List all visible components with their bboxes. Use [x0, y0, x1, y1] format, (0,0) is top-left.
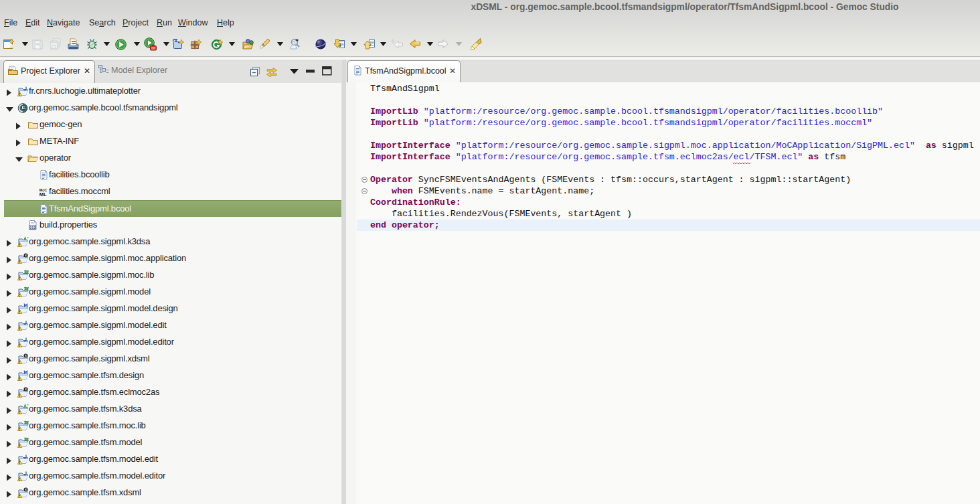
svg-text:010: 010: [29, 226, 35, 230]
svg-text:ML: ML: [39, 191, 47, 197]
